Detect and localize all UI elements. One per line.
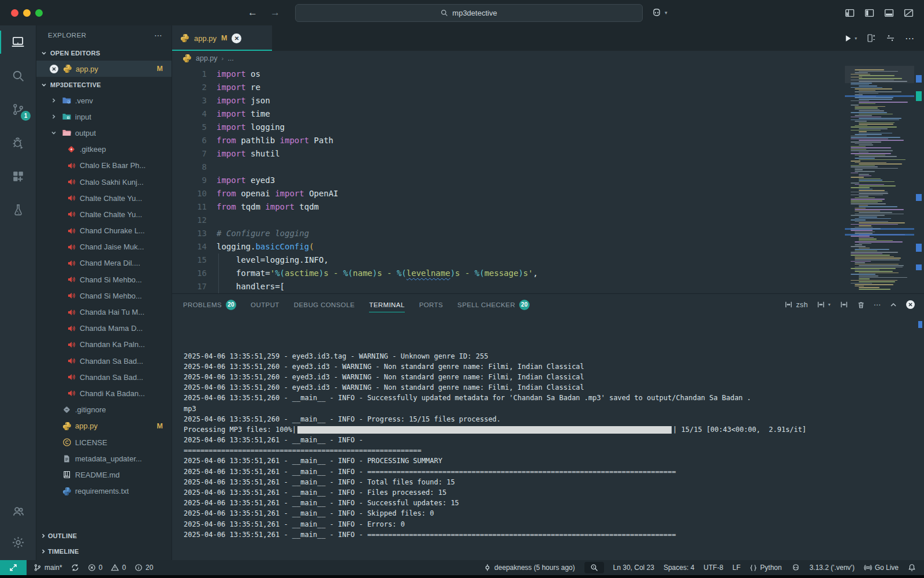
tree-item-chandan-sa-bad-[interactable]: Chandan Sa Bad...: [36, 369, 172, 385]
split-editor-icon[interactable]: [886, 33, 895, 43]
customize-layout-icon[interactable]: [845, 8, 855, 18]
tree-item-chalte-chalte-yu-[interactable]: Chalte Chalte Yu...: [36, 206, 172, 222]
status-git-last-commit[interactable]: deepakness (5 hours ago): [483, 564, 575, 572]
toggle-primary-sidebar-icon[interactable]: [865, 8, 874, 18]
tree-item-chandan-ka-paln-[interactable]: Chandan Ka Paln...: [36, 337, 172, 353]
panel-tab-ports[interactable]: PORTS: [419, 294, 443, 315]
status-errors[interactable]: 0: [88, 564, 103, 572]
status-branch[interactable]: main*: [33, 564, 62, 572]
tree-item-chand-si-mehbo-[interactable]: Chand Si Mehbo...: [36, 288, 172, 304]
tree-item-chalo-ek-baar-ph-[interactable]: Chalo Ek Baar Ph...: [36, 158, 172, 174]
tree-item--gitkeep[interactable]: .gitkeep: [36, 141, 172, 158]
activity-item-extensions[interactable]: [0, 159, 36, 193]
status-eol[interactable]: LF: [732, 564, 740, 572]
terminal-scrollbar[interactable]: [918, 321, 922, 328]
close-editor-icon[interactable]: [49, 64, 59, 74]
open-editors-header[interactable]: OPEN EDITORS: [36, 45, 172, 61]
maximize-panel-icon[interactable]: [890, 301, 897, 308]
indent-guide: [218, 267, 219, 280]
tree-item-metadata-updater-[interactable]: metadata_updater...: [36, 450, 172, 467]
breadcrumb[interactable]: app.py › ...: [172, 51, 924, 66]
tree-item-chandi-ka-badan-[interactable]: Chandi Ka Badan...: [36, 385, 172, 401]
open-editor-item[interactable]: app.pyM: [36, 61, 172, 77]
panel-tab-terminal[interactable]: TERMINAL: [369, 294, 404, 315]
toggle-secondary-sidebar-icon[interactable]: [904, 8, 914, 18]
panel-more-actions-icon[interactable]: ⋯: [874, 300, 882, 309]
code-line: 2import re: [172, 81, 845, 94]
activity-item-testing[interactable]: [0, 193, 36, 226]
status-go-live[interactable]: Go Live: [864, 564, 899, 572]
minimap-line: [855, 171, 875, 172]
back-arrow-icon[interactable]: ←: [248, 7, 258, 18]
tree-item-readme-md[interactable]: README.md: [36, 467, 172, 483]
tab-app-py[interactable]: app.py M ✕: [172, 25, 272, 51]
explorer-actions-icon[interactable]: ⋯: [154, 31, 163, 40]
panel-tab-spell-checker[interactable]: SPELL CHECKER20: [457, 294, 530, 315]
status-cursor-position[interactable]: Ln 30, Col 23: [613, 564, 654, 572]
minimap[interactable]: [845, 66, 914, 293]
tree-item-license[interactable]: LICENSE: [36, 434, 172, 450]
tree-item-output[interactable]: output: [36, 125, 172, 141]
activity-item-run-debug[interactable]: [0, 126, 36, 159]
status-warnings[interactable]: 0: [111, 564, 126, 572]
audio-icon: [66, 226, 76, 236]
run-python-file-button[interactable]: ▾: [844, 34, 857, 43]
new-terminal-button[interactable]: ▾: [817, 300, 830, 309]
status-infos[interactable]: 20: [135, 564, 153, 572]
status-indentation[interactable]: Spaces: 4: [664, 564, 694, 572]
launch-profile-button[interactable]: zsh: [784, 300, 808, 309]
activity-item-search[interactable]: [0, 59, 36, 92]
tree-item-chand-mera-dil-[interactable]: Chand Mera Dil....: [36, 255, 172, 271]
close-panel-icon[interactable]: [906, 300, 915, 309]
panel-tab-debug-console[interactable]: DEBUG CONSOLE: [294, 294, 355, 315]
outline-section[interactable]: OUTLINE: [36, 528, 172, 543]
zoom-window-button[interactable]: [35, 9, 43, 17]
open-changes-icon[interactable]: [867, 33, 876, 43]
terminal-line: [184, 540, 924, 550]
tree-item-chalte-chalte-yu-[interactable]: Chalte Chalte Yu...: [36, 190, 172, 206]
status-language-mode[interactable]: Python: [750, 564, 781, 572]
more-actions-icon[interactable]: ⋯: [905, 33, 915, 44]
overview-ruler[interactable]: [914, 66, 924, 293]
status-sync[interactable]: [71, 564, 79, 572]
tree-item--venv[interactable]: .venv: [36, 92, 172, 109]
remote-indicator[interactable]: [0, 560, 27, 575]
timeline-section[interactable]: TIMELINE: [36, 543, 172, 559]
code-area[interactable]: 1import os2import re3import json4import …: [172, 66, 845, 293]
terminal-line: 2025-04-06 13:35:51,261 - __main__ - INF…: [184, 456, 924, 466]
tree-item-requirements-txt[interactable]: requirements.txt: [36, 483, 172, 499]
toggle-panel-icon[interactable]: [884, 8, 894, 18]
tree-item--gitignore[interactable]: .gitignore: [36, 402, 172, 418]
activity-item-accounts[interactable]: [0, 495, 36, 527]
tree-item-chand-si-mehbo-[interactable]: Chand Si Mehbo...: [36, 271, 172, 288]
status-python-interpreter[interactable]: 3.13.2 ('.venv'): [810, 564, 855, 572]
panel-tab-problems[interactable]: PROBLEMS20: [183, 294, 236, 315]
activity-item-explorer[interactable]: [0, 25, 36, 59]
tree-item-chand-jaise-muk-[interactable]: Chand Jaise Muk...: [36, 239, 172, 255]
panel-tab-output[interactable]: OUTPUT: [251, 294, 280, 315]
split-panel-icon[interactable]: [840, 300, 848, 309]
tree-item-label: Chalte Chalte Yu...: [80, 194, 142, 203]
status-spell-checker-status[interactable]: [584, 562, 604, 573]
tree-item-chand-churake-l-[interactable]: Chand Churake L...: [36, 223, 172, 239]
status-encoding[interactable]: UTF-8: [703, 564, 723, 572]
tree-item-app-py[interactable]: app.pyM: [36, 418, 172, 434]
activity-item-source-control[interactable]: 1: [0, 92, 36, 126]
copilot-menu[interactable]: ▾: [651, 7, 668, 18]
tree-item-chalo-sakhi-kunj-[interactable]: Chalo Sakhi Kunj...: [36, 174, 172, 190]
close-window-button[interactable]: [11, 9, 18, 17]
command-center-search[interactable]: mp3detective: [295, 4, 643, 22]
close-tab-icon[interactable]: ✕: [232, 33, 241, 43]
terminal[interactable]: 2025-04-06 13:35:51,259 - eyed3.id3.tag …: [172, 315, 924, 560]
tree-item-chanda-mama-d-[interactable]: Chanda Mama D...: [36, 320, 172, 337]
status-notifications[interactable]: [908, 564, 916, 572]
tree-item-chanda-hai-tu-m-[interactable]: Chanda Hai Tu M...: [36, 304, 172, 320]
tree-item-input[interactable]: input: [36, 109, 172, 125]
project-folder-header[interactable]: MP3DETECTIVE: [36, 77, 172, 92]
forward-arrow-icon[interactable]: →: [270, 7, 280, 18]
kill-terminal-icon[interactable]: [857, 301, 865, 309]
tree-item-chandan-sa-bad-[interactable]: Chandan Sa Bad...: [36, 353, 172, 369]
status-copilot-status[interactable]: [791, 563, 800, 572]
minimize-window-button[interactable]: [23, 9, 31, 17]
activity-item-settings[interactable]: [0, 527, 36, 558]
